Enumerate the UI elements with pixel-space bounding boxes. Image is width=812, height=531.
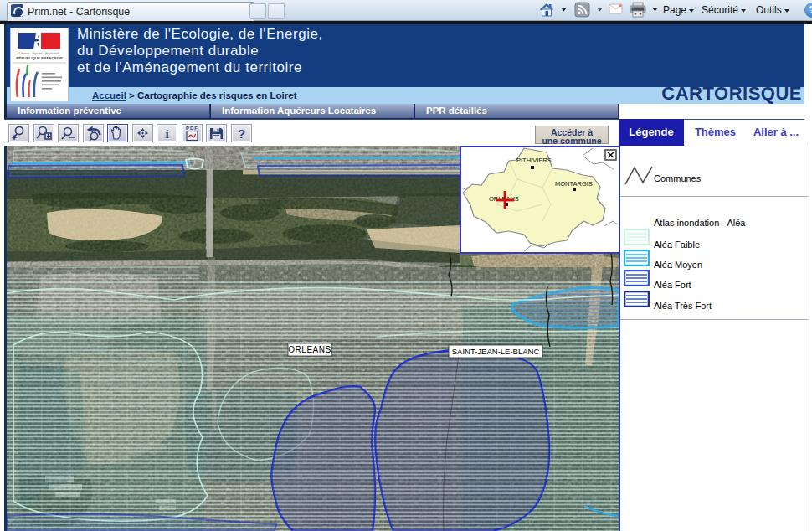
svg-text:MONTARGIS: MONTARGIS	[555, 180, 593, 188]
svg-text:PDF: PDF	[186, 126, 198, 131]
svg-text:?: ?	[237, 126, 244, 141]
svg-text:SAINT-JEAN-LE-BLANC: SAINT-JEAN-LE-BLANC	[452, 347, 540, 356]
svg-text:i: i	[165, 127, 168, 141]
svg-text:PITHIVIERS: PITHIVIERS	[516, 157, 552, 164]
svg-text:Liberté · Égalité · Fraternité: Liberté · Égalité · Fraternité	[19, 51, 60, 55]
svg-text:RÉPUBLIQUE FRANÇAISE: RÉPUBLIQUE FRANÇAISE	[16, 56, 63, 60]
svg-text:ORLEANS: ORLEANS	[288, 345, 331, 354]
